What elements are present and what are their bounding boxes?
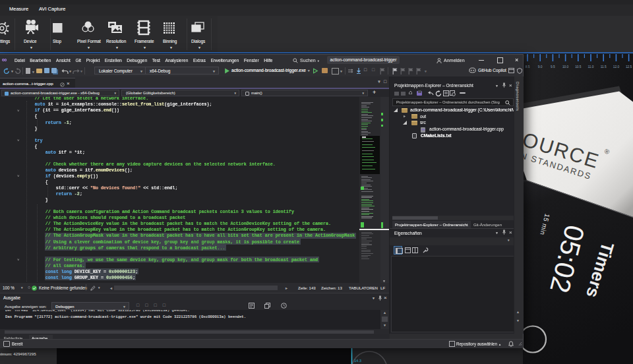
svg-text:9.5: 9.5 [551,65,555,69]
svg-text:8.5: 8.5 [526,65,530,69]
svg-text:11.5: 11.5 [601,65,607,69]
svg-text:9.0: 9.0 [538,65,543,69]
svg-text:12.0: 12.0 [613,65,620,69]
svg-text:12.5: 12.5 [626,65,632,69]
svg-text:10.5: 10.5 [575,65,582,69]
svg-text:10.0: 10.0 [562,65,569,69]
svg-text:11.0: 11.0 [588,65,594,69]
svg-text:14.3: 14.3 [354,359,361,363]
